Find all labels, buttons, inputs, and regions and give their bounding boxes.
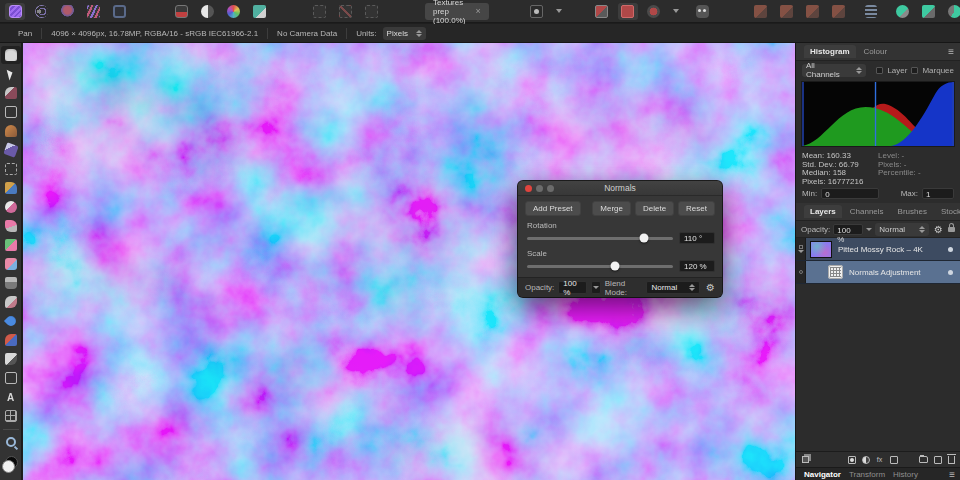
tab-layers[interactable]: Layers xyxy=(804,205,842,218)
marquee-checkbox[interactable] xyxy=(911,67,918,74)
channel-select[interactable]: All Channels xyxy=(802,64,866,77)
assistant-button[interactable] xyxy=(693,3,713,20)
document-tab[interactable]: Textures prep (100.0%) × xyxy=(425,3,489,20)
view-mode-chevron-icon[interactable] xyxy=(556,9,562,13)
add-pixel-layer-button[interactable] xyxy=(801,455,810,465)
auto-contrast-button[interactable] xyxy=(197,3,217,20)
reset-button[interactable]: Reset xyxy=(678,201,715,216)
opacity-chevron-icon[interactable] xyxy=(866,228,872,231)
tab-colour[interactable]: Colour xyxy=(858,45,894,58)
tone-mapping-persona-button[interactable] xyxy=(83,3,103,20)
flood-select-tool[interactable] xyxy=(1,141,21,159)
blur-brush-tool[interactable] xyxy=(1,312,21,330)
liquify-persona-button[interactable] xyxy=(31,3,51,20)
smudge-brush-tool[interactable] xyxy=(1,331,21,349)
bottom-menu-icon[interactable]: ≡ xyxy=(949,469,955,480)
layer-checkbox[interactable] xyxy=(876,67,883,74)
dialog-opacity-input[interactable]: 100 % xyxy=(558,281,586,294)
shape-tool[interactable] xyxy=(1,369,21,387)
colour-picker-mode-button[interactable] xyxy=(893,3,913,20)
flood-fill-tool[interactable] xyxy=(1,179,21,197)
group-layers-button[interactable] xyxy=(919,455,928,465)
paint-brush-tool[interactable] xyxy=(1,217,21,235)
dialog-opacity-chevron[interactable] xyxy=(591,281,601,294)
scale-slider[interactable] xyxy=(527,265,673,268)
adjustment-thumbnail[interactable] xyxy=(828,265,843,279)
tab-channels[interactable]: Channels xyxy=(844,205,890,218)
auto-levels-button[interactable] xyxy=(171,3,191,20)
insert-on-top-button[interactable] xyxy=(777,3,797,20)
snap-to-shape-button[interactable] xyxy=(919,3,939,20)
layer-lock-icon[interactable] xyxy=(948,227,955,232)
layers-opacity-input[interactable]: 100 % xyxy=(833,224,863,235)
view-pan-tool[interactable] xyxy=(1,46,21,64)
move-by-whole-pixels-button[interactable] xyxy=(644,3,664,20)
select-all-button[interactable] xyxy=(309,3,329,20)
force-pixel-alignment-button[interactable] xyxy=(618,3,638,20)
dialog-gear-icon[interactable]: ⚙ xyxy=(706,282,715,293)
delete-layer-button[interactable] xyxy=(947,455,956,465)
document-tab-close-icon[interactable]: × xyxy=(475,6,480,16)
snapping-chevron-icon[interactable] xyxy=(673,9,679,13)
mask-layer-button[interactable] xyxy=(847,455,856,465)
mesh-warp-tool[interactable] xyxy=(1,407,21,425)
normals-dialog[interactable]: Normals Add Preset Merge Delete Reset Ro… xyxy=(518,181,722,297)
develop-persona-button[interactable] xyxy=(57,3,77,20)
delete-button[interactable]: Delete xyxy=(635,201,674,216)
pixel-tool[interactable] xyxy=(1,236,21,254)
primary-colour-swatch[interactable] xyxy=(2,460,15,473)
histogram-display[interactable] xyxy=(801,81,955,147)
tab-history[interactable]: History xyxy=(893,470,918,479)
dodge-brush-tool[interactable] xyxy=(1,198,21,216)
layer-effects-button[interactable]: fx xyxy=(875,455,884,465)
erase-brush-tool[interactable] xyxy=(1,255,21,273)
panel-menu-icon[interactable]: ≡ xyxy=(948,46,954,57)
zoom-tool[interactable] xyxy=(1,433,21,451)
insert-behind-button[interactable] xyxy=(751,3,771,20)
layer-visibility-toggle[interactable] xyxy=(948,247,953,252)
tab-histogram[interactable]: Histogram xyxy=(804,45,856,58)
insert-options-button[interactable] xyxy=(829,3,849,20)
move-tool[interactable] xyxy=(1,65,21,83)
view-mode-button[interactable] xyxy=(527,3,547,20)
tab-navigator[interactable]: Navigator xyxy=(804,470,841,479)
layer-visibility-toggle[interactable] xyxy=(948,270,953,275)
tab-brushes[interactable]: Brushes xyxy=(892,205,933,218)
min-input[interactable]: 0 xyxy=(821,188,879,199)
add-preset-button[interactable]: Add Preset xyxy=(525,201,581,216)
healing-brush-tool[interactable] xyxy=(1,293,21,311)
rotation-slider[interactable] xyxy=(527,237,673,240)
insert-inside-button[interactable] xyxy=(803,3,823,20)
dialog-titlebar[interactable]: Normals xyxy=(518,181,722,196)
alignment-button[interactable] xyxy=(861,3,881,20)
auto-colour-button[interactable] xyxy=(223,3,243,20)
rotation-slider-handle[interactable] xyxy=(639,234,648,243)
layer-row-pitted-mossy-rock[interactable]: Pitted Mossy Rock – 4K xyxy=(796,238,960,261)
photo-persona-button[interactable] xyxy=(5,3,25,20)
dialog-blend-select[interactable]: Normal xyxy=(646,281,700,294)
blend-mode-select[interactable]: Normal xyxy=(875,223,929,236)
marquee-select-tool[interactable] xyxy=(1,160,21,178)
scale-value-input[interactable]: 120 % xyxy=(679,260,715,272)
pen-tool[interactable] xyxy=(1,350,21,368)
layer-gutter[interactable] xyxy=(796,238,806,260)
live-filter-button[interactable] xyxy=(889,455,898,465)
ungroup-layers-button[interactable] xyxy=(933,455,942,465)
snap-to-gradient-button[interactable] xyxy=(945,3,960,20)
layer-settings-gear-icon[interactable]: ⚙ xyxy=(934,224,943,235)
scale-slider-handle[interactable] xyxy=(610,262,619,271)
rotation-value-input[interactable]: 110 ° xyxy=(679,232,715,244)
export-persona-button[interactable] xyxy=(109,3,129,20)
colour-picker-tool[interactable] xyxy=(1,84,21,102)
tab-transform[interactable]: Transform xyxy=(849,470,885,479)
colour-well[interactable] xyxy=(2,456,20,474)
merge-button[interactable]: Merge xyxy=(592,201,631,216)
selection-brush-tool[interactable] xyxy=(1,122,21,140)
crop-tool[interactable] xyxy=(1,103,21,121)
max-input[interactable]: 1 xyxy=(922,188,954,199)
units-select[interactable]: Pixels xyxy=(383,27,426,40)
adjustment-button[interactable] xyxy=(861,455,870,465)
invert-selection-button[interactable] xyxy=(361,3,381,20)
auto-white-balance-button[interactable] xyxy=(249,3,269,20)
snapping-manager-button[interactable] xyxy=(592,3,612,20)
